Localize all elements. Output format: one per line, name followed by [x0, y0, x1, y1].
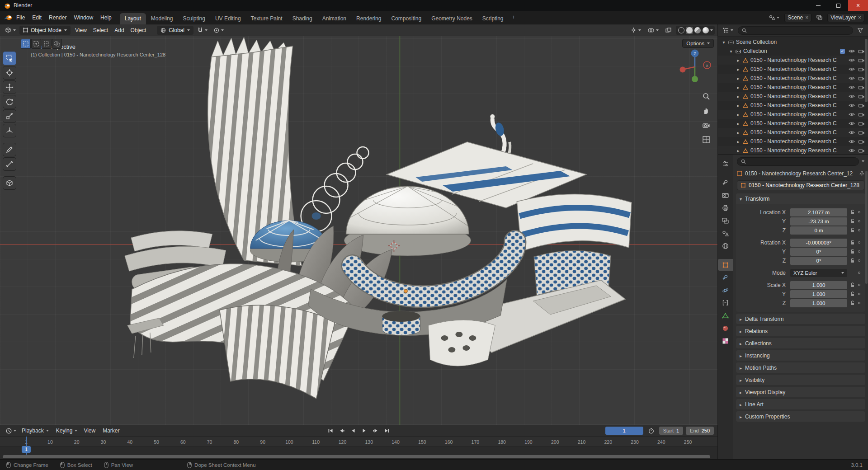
lock-button[interactable]	[849, 240, 856, 245]
workspace-tab[interactable]: Modeling	[146, 13, 178, 24]
expand-arrow-icon[interactable]	[736, 130, 741, 135]
outliner-search-input[interactable]	[738, 26, 853, 35]
camera-visibility-icon[interactable]	[859, 67, 864, 71]
transform-panel-header[interactable]: Transform	[736, 193, 865, 204]
outliner-item[interactable]: 0150 - Nanotechnology Research C	[718, 74, 868, 83]
maximize-button[interactable]	[828, 0, 848, 11]
pan-button[interactable]	[701, 106, 711, 116]
tab-constraints[interactable]	[718, 297, 733, 309]
animate-button[interactable]	[856, 272, 862, 274]
menu-item[interactable]: Edit	[28, 13, 45, 23]
frame-end-field[interactable]: End 250	[686, 427, 714, 435]
outliner-scrollbar[interactable]	[865, 39, 868, 102]
workspace-tab[interactable]: Animation	[317, 13, 351, 24]
scene-browse-button[interactable]	[767, 14, 782, 21]
tab-tool[interactable]	[718, 177, 733, 188]
jump-to-end-button[interactable]	[382, 426, 392, 435]
scale-tool[interactable]	[3, 109, 16, 123]
value-field[interactable]: 1.000	[790, 281, 847, 289]
minimize-button[interactable]	[808, 0, 828, 11]
close-button[interactable]: ×	[848, 0, 868, 11]
timeline-menu-item[interactable]: Marker	[99, 426, 123, 435]
workspace-tab[interactable]: Compositing	[386, 13, 426, 24]
collapse-arrow-icon[interactable]	[722, 40, 726, 45]
collapsed-panel-header[interactable]: Instancing	[736, 350, 865, 361]
select-mode-subtract-button[interactable]	[42, 39, 52, 49]
animate-button[interactable]	[856, 259, 862, 262]
annotate-tool[interactable]	[3, 143, 16, 156]
timeline-body[interactable]: 1102030405060708090100110120130140150160…	[0, 437, 717, 459]
panel-options-icon[interactable]	[862, 160, 864, 162]
outliner-item[interactable]: 0150 - Nanotechnology Research C	[718, 137, 868, 146]
camera-visibility-icon[interactable]	[859, 85, 864, 89]
lock-button[interactable]	[849, 301, 856, 306]
collapsed-panel-header[interactable]: Custom Properties	[736, 411, 865, 422]
workspace-tab[interactable]: Rendering	[351, 13, 386, 24]
hide-eye-icon[interactable]	[849, 148, 855, 153]
hide-eye-icon[interactable]	[849, 67, 855, 71]
expand-arrow-icon[interactable]	[736, 121, 741, 126]
collapsed-panel-header[interactable]: Motion Paths	[736, 362, 865, 373]
expand-arrow-icon[interactable]	[736, 76, 741, 81]
menu-item[interactable]: File	[13, 13, 28, 23]
workspace-tab[interactable]: Sculpting	[178, 13, 210, 24]
animate-button[interactable]	[856, 293, 862, 295]
animate-button[interactable]	[856, 229, 862, 231]
rendered-shading-button[interactable]	[702, 27, 709, 34]
viewlayer-selector[interactable]: ViewLayer	[827, 13, 864, 22]
viewport-menu-item[interactable]: View	[72, 26, 90, 35]
outliner-item[interactable]: 0150 - Nanotechnology Research C	[718, 65, 868, 74]
outliner-item[interactable]: 0150 - Nanotechnology Research C	[718, 92, 868, 101]
outliner-editor-type-button[interactable]	[721, 27, 736, 34]
tab-world[interactable]	[718, 240, 733, 252]
rotation-mode-dropdown[interactable]: XYZ Euler	[790, 269, 847, 277]
add-cube-tool[interactable]	[3, 176, 16, 190]
hide-eye-icon[interactable]	[849, 139, 855, 144]
value-field[interactable]: -0.000003°	[790, 239, 847, 247]
lock-button[interactable]	[849, 228, 856, 233]
hide-eye-icon[interactable]	[849, 58, 855, 62]
workspace-tab[interactable]: Scripting	[477, 13, 509, 24]
show-gizmo-button[interactable]	[628, 26, 643, 34]
move-tool[interactable]	[3, 80, 16, 94]
workspace-tab[interactable]: Texture Paint	[246, 13, 288, 24]
viewport-menu-item[interactable]: Object	[127, 26, 150, 35]
menu-item[interactable]: Help	[97, 13, 115, 23]
camera-visibility-icon[interactable]	[859, 122, 864, 126]
lock-button[interactable]	[849, 258, 856, 263]
timeline-menu-item[interactable]: View	[80, 426, 99, 435]
tab-render[interactable]	[718, 189, 733, 201]
options-button[interactable]: Options	[682, 39, 714, 48]
wireframe-shading-button[interactable]	[678, 27, 685, 34]
workspace-tab[interactable]: Shading	[288, 13, 317, 24]
expand-arrow-icon[interactable]	[736, 148, 741, 153]
hide-eye-icon[interactable]	[849, 94, 855, 99]
collapse-arrow-icon[interactable]	[729, 49, 733, 54]
workspace-tab[interactable]: Layout	[120, 13, 146, 24]
hide-eye-icon[interactable]	[849, 85, 855, 89]
lock-button[interactable]	[849, 210, 856, 215]
workspace-tab[interactable]: Geometry Nodes	[426, 13, 477, 24]
animate-button[interactable]	[856, 250, 862, 253]
transform-tool[interactable]	[3, 124, 16, 137]
tab-object[interactable]	[718, 259, 733, 271]
collapsed-panel-header[interactable]: Viewport Display	[736, 387, 865, 397]
add-workspace-button[interactable]: +	[509, 12, 519, 23]
timeline-track[interactable]	[0, 446, 717, 455]
outliner-item[interactable]: 0150 - Nanotechnology Research C	[718, 83, 868, 92]
timeline-editor-type-button[interactable]	[4, 427, 19, 435]
properties-search-input[interactable]	[737, 157, 859, 166]
select-mode-intersect-button[interactable]	[52, 39, 62, 49]
collapsed-panel-header[interactable]: Line Art	[736, 399, 865, 409]
camera-visibility-icon[interactable]	[859, 103, 864, 108]
show-overlays-button[interactable]	[646, 27, 661, 34]
tab-object-data[interactable]	[718, 310, 733, 321]
frame-start-field[interactable]: Start 1	[659, 427, 683, 435]
cursor-tool[interactable]	[3, 66, 16, 80]
tab-material[interactable]	[718, 322, 733, 334]
xray-toggle-button[interactable]	[663, 27, 674, 34]
hide-eye-icon[interactable]	[849, 103, 855, 108]
camera-visibility-icon[interactable]	[859, 113, 864, 117]
unlink-scene-icon[interactable]	[805, 14, 808, 21]
workspace-tab[interactable]: UV Editing	[210, 13, 246, 24]
